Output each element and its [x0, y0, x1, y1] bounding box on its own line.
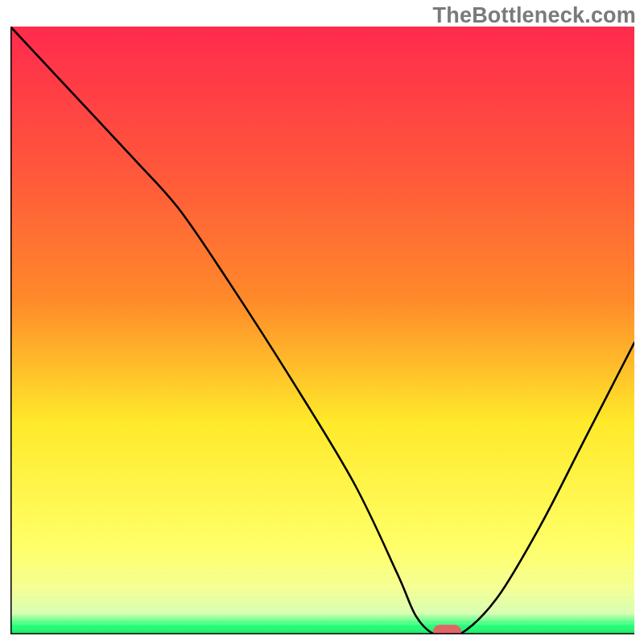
svg-rect-6: [10, 599, 634, 601]
svg-rect-3: [10, 584, 634, 586]
svg-rect-10: [10, 618, 634, 620]
svg-rect-5: [10, 594, 634, 596]
optimal-marker: [433, 625, 460, 634]
svg-rect-12: [10, 628, 634, 630]
svg-rect-7: [10, 604, 634, 605]
svg-rect-2: [10, 580, 634, 581]
chart-background: [10, 27, 634, 634]
chart-svg: [10, 27, 634, 634]
svg-rect-1: [10, 575, 634, 576]
svg-rect-9: [10, 613, 634, 615]
svg-rect-8: [10, 609, 634, 610]
watermark-text: TheBottleneck.com: [433, 3, 636, 28]
svg-rect-4: [10, 589, 634, 591]
svg-rect-0: [10, 570, 634, 572]
svg-rect-11: [10, 623, 634, 625]
bottleneck-chart: [10, 27, 634, 634]
